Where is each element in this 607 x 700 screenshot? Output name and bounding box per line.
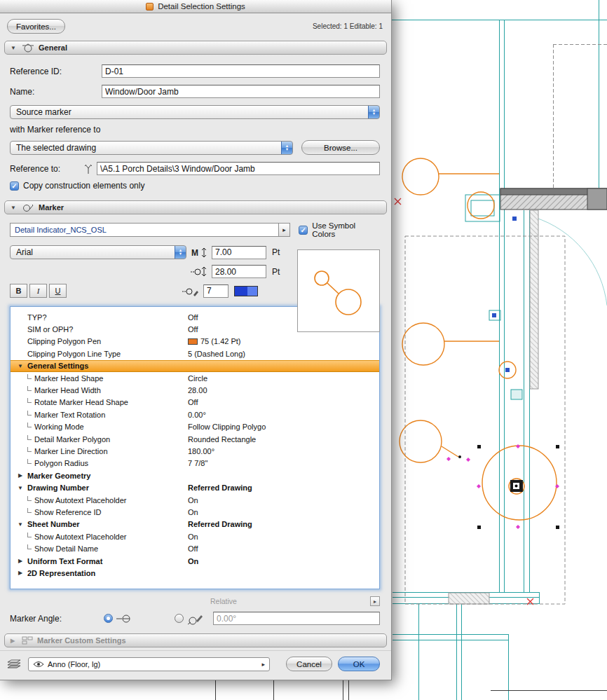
tree-branch-icon xyxy=(27,447,32,452)
copy-construction-checkbox[interactable]: ✓ xyxy=(10,181,19,191)
bold-button[interactable]: B xyxy=(10,284,27,298)
marker-pen-color-swatch[interactable] xyxy=(234,286,258,296)
reference-id-input[interactable] xyxy=(102,64,380,78)
disclosure-triangle-icon[interactable]: ▶ xyxy=(16,558,25,564)
reference-to-label: Reference to: xyxy=(10,164,83,174)
settings-row[interactable]: Polygon Radius7 7/8" xyxy=(11,458,379,469)
marker-angle-input[interactable] xyxy=(213,612,380,625)
settings-row[interactable]: Show Autotext PlaceholderOn xyxy=(11,494,379,506)
setting-value: On xyxy=(188,533,198,541)
angle-custom-radio[interactable] xyxy=(175,614,184,623)
italic-button[interactable]: I xyxy=(29,284,47,298)
marker-symbol-combo[interactable]: Detail Indicator_NCS_OSL xyxy=(10,223,279,237)
general-section-header[interactable]: ▼ General xyxy=(4,41,387,55)
settings-row[interactable]: Detail Marker PolygonRounded Rectangle xyxy=(11,433,379,445)
tree-branch-icon xyxy=(27,496,32,501)
with-marker-reference-label: with Marker reference to xyxy=(10,125,100,135)
cancel-button[interactable]: Cancel xyxy=(286,657,332,671)
setting-label: TYP? xyxy=(27,313,47,322)
tree-branch-icon xyxy=(27,398,32,403)
setting-label: Show Autotext Placeholder xyxy=(34,533,126,541)
setting-value: 75 (1.42 Pt) xyxy=(188,337,240,345)
collapse-triangle-icon[interactable]: ▼ xyxy=(11,205,18,211)
relative-expand-button[interactable]: ▸ xyxy=(370,596,380,606)
setting-value: Referred Drawing xyxy=(188,483,252,492)
use-symbol-colors-checkbox[interactable]: ✓ xyxy=(299,226,308,235)
settings-row[interactable]: Show Reference IDOn xyxy=(11,506,379,518)
setting-label: Marker Head Shape xyxy=(34,374,103,383)
settings-row[interactable]: Marker Head Width28.00 xyxy=(11,384,379,396)
detail-marker-icon xyxy=(22,43,34,53)
setting-value: Off xyxy=(188,398,198,406)
settings-row[interactable]: ▼Drawing NumberReferred Drawing xyxy=(11,481,379,493)
setting-value: 28.00 xyxy=(188,386,207,394)
setting-value: 0.00° xyxy=(188,411,206,419)
tree-branch-icon xyxy=(27,374,32,379)
relative-label: Relative xyxy=(210,597,237,605)
tree-branch-icon xyxy=(27,508,32,513)
setting-label: Clipping Polygon Line Type xyxy=(27,350,121,358)
disclosure-triangle-icon[interactable]: ▶ xyxy=(16,472,25,479)
eye-icon xyxy=(33,661,44,668)
setting-label: Drawing Number xyxy=(27,483,89,492)
disclosure-triangle-icon[interactable]: ▼ xyxy=(16,363,25,369)
settings-row[interactable]: Rotate Marker Head ShapeOff xyxy=(11,397,379,409)
marker-symbol-menu-button[interactable]: ▸ xyxy=(279,223,290,237)
font-dropdown[interactable]: Arial ▲▼ xyxy=(10,245,186,259)
settings-row[interactable]: ▶Marker Geometry xyxy=(11,469,379,481)
setting-value: 5 (Dashed Long) xyxy=(188,350,245,358)
settings-row[interactable]: Marker Text Rotation0.00° xyxy=(11,409,379,420)
disclosure-triangle-icon[interactable]: ▼ xyxy=(16,521,25,528)
settings-list[interactable]: TYP?OffSIM or OPH?OffClipping Polygon Pe… xyxy=(10,306,380,589)
settings-row[interactable]: Working ModeFollow Clipping Polygo xyxy=(11,421,379,433)
dialog-titlebar[interactable]: Detail Selection Settings xyxy=(0,0,391,13)
drawing-link-icon xyxy=(83,163,94,174)
settings-row[interactable]: TYP?Off xyxy=(11,311,379,323)
settings-row[interactable]: SIM or OPH?Off xyxy=(11,323,379,335)
layer-combo[interactable]: Anno (Floor, lg) ▸ xyxy=(28,657,270,671)
settings-row[interactable]: Clipping Polygon Line Type5 (Dashed Long… xyxy=(11,348,379,359)
dialog-proxy-icon xyxy=(146,3,154,11)
settings-row[interactable]: Marker Head ShapeCircle xyxy=(11,372,379,384)
settings-row[interactable]: ▶2D Representation xyxy=(11,567,379,579)
settings-row[interactable]: Show Detail NameOff xyxy=(11,542,379,554)
tree-branch-icon xyxy=(27,435,32,440)
layers-icon[interactable] xyxy=(7,659,22,669)
disclosure-triangle-icon[interactable]: ▼ xyxy=(16,485,25,491)
settings-row[interactable]: ▶Uniform Text FormatOn xyxy=(11,555,379,567)
setting-label: Show Reference ID xyxy=(34,508,101,516)
collapse-triangle-icon[interactable]: ▼ xyxy=(11,45,18,51)
settings-row[interactable]: Show Autotext PlaceholderOn xyxy=(11,530,379,542)
ok-button[interactable]: OK xyxy=(338,657,380,671)
text-size-input[interactable] xyxy=(212,246,266,259)
source-marker-dropdown[interactable]: Source marker ▲▼ xyxy=(10,105,380,119)
setting-value: Circle xyxy=(188,374,207,383)
underline-button[interactable]: U xyxy=(49,284,67,298)
reference-to-input[interactable] xyxy=(97,162,380,175)
settings-row[interactable]: ▼Sheet NumberReferred Drawing xyxy=(11,519,379,530)
reference-target-dropdown[interactable]: The selected drawing ▲▼ xyxy=(10,141,293,155)
custom-settings-grid-icon xyxy=(22,636,33,645)
marker-custom-settings-header[interactable]: ▶ Marker Custom Settings xyxy=(4,633,387,647)
setting-value: Off xyxy=(188,325,198,334)
marker-head-size-icon xyxy=(191,266,207,277)
dialog-footer: Anno (Floor, lg) ▸ Cancel OK xyxy=(0,650,391,680)
name-input[interactable] xyxy=(102,85,380,98)
marker-head-size-input[interactable] xyxy=(212,265,266,278)
marker-section-header[interactable]: ▼ Marker xyxy=(4,200,387,214)
setting-label: Marker Geometry xyxy=(27,472,91,480)
setting-label: Detail Marker Polygon xyxy=(34,435,110,444)
setting-value: Off xyxy=(188,313,198,322)
tree-branch-icon xyxy=(27,544,32,549)
settings-row[interactable]: Clipping Polygon Pen75 (1.42 Pt) xyxy=(11,336,379,348)
favorites-button[interactable]: Favorites... xyxy=(7,19,65,34)
expand-triangle-icon[interactable]: ▶ xyxy=(11,638,18,644)
angle-horizontal-radio[interactable] xyxy=(104,614,113,623)
disclosure-triangle-icon[interactable]: ▶ xyxy=(16,570,25,576)
setting-label: Show Detail Name xyxy=(34,544,98,553)
settings-row[interactable]: Marker Line Direction180.00° xyxy=(11,445,379,457)
dialog-title: Detail Selection Settings xyxy=(158,2,245,11)
browse-button[interactable]: Browse... xyxy=(301,140,380,155)
marker-pen-input[interactable] xyxy=(203,284,229,298)
settings-row[interactable]: ▼General Settings xyxy=(11,360,379,372)
